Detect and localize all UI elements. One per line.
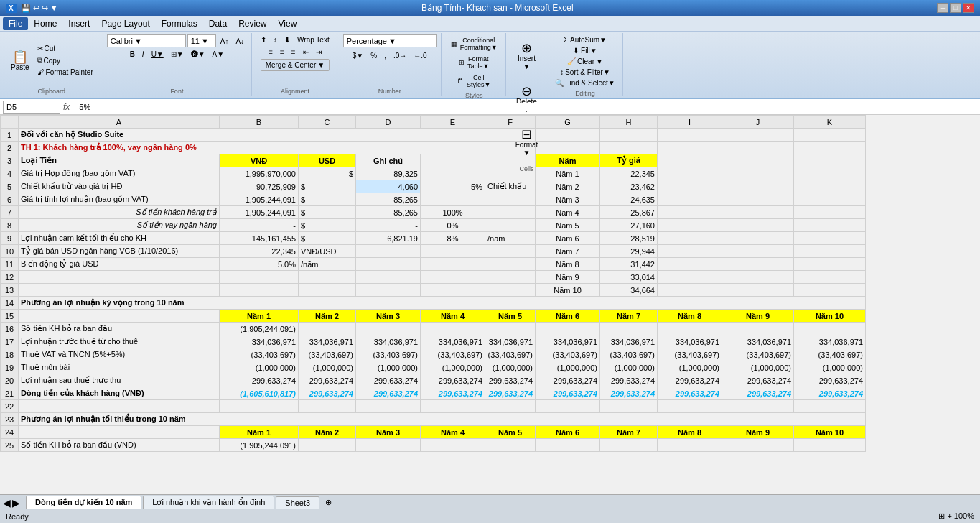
cell-A25[interactable]: Số tiền KH bỏ ra ban đầu (VNĐ) bbox=[19, 439, 220, 452]
cell-A17[interactable]: Lợi nhuận trước thuế từ cho thuê bbox=[19, 335, 220, 348]
cell-H21[interactable]: 299,633,274 bbox=[600, 387, 658, 400]
fill-button[interactable]: ⬇ Fill▼ bbox=[570, 45, 599, 56]
cell-A14[interactable]: Phương án lợi nhuận kỳ vọng trong 10 năm bbox=[19, 297, 866, 310]
col-header-D[interactable]: D bbox=[356, 116, 421, 129]
sheet-tab-2[interactable]: Lợi nhuận khi vận hành ổn định bbox=[143, 496, 274, 509]
cell-C11[interactable]: /năm bbox=[299, 258, 356, 271]
cell-G9[interactable]: Năm 6 bbox=[536, 232, 600, 245]
cell-J5[interactable] bbox=[722, 180, 794, 193]
cell-K17[interactable]: 334,036,971 bbox=[794, 335, 866, 348]
align-left-button[interactable]: ≡ bbox=[266, 47, 276, 57]
border-button[interactable]: ⊞▼ bbox=[168, 49, 187, 60]
cell-E13[interactable] bbox=[421, 284, 485, 297]
paste-button[interactable]: 📋 Paste bbox=[7, 34, 33, 86]
cell-F22[interactable] bbox=[485, 400, 536, 413]
cell-C4[interactable]: $ bbox=[299, 167, 356, 180]
cell-D4[interactable]: 89,325 bbox=[356, 167, 421, 180]
cell-K15[interactable]: Năm 10 bbox=[794, 310, 866, 323]
format-table-button[interactable]: ⊞ Format Table▼ bbox=[455, 53, 493, 72]
cell-F9[interactable]: /năm bbox=[485, 232, 536, 245]
align-top-button[interactable]: ⬆ bbox=[258, 34, 269, 45]
cell-C3[interactable]: USD bbox=[299, 154, 356, 167]
cell-E21[interactable]: 299,633,274 bbox=[421, 387, 485, 400]
col-header-K[interactable]: K bbox=[794, 116, 866, 129]
cell-I3[interactable] bbox=[658, 154, 722, 167]
cell-G7[interactable]: Năm 4 bbox=[536, 206, 600, 219]
cell-A20[interactable]: Lợi nhuận sau thuế thực thu bbox=[19, 374, 220, 387]
increase-decimal-button[interactable]: .0→ bbox=[391, 50, 409, 61]
percent-button[interactable]: % bbox=[368, 50, 380, 61]
sheet-area[interactable]: A B C D E F G H I J K 1 Đối với căn hộ bbox=[0, 115, 980, 494]
cell-A19[interactable]: Thuế môn bài bbox=[19, 361, 220, 374]
cell-K12[interactable] bbox=[794, 271, 866, 284]
cell-I1[interactable] bbox=[658, 129, 722, 142]
cell-E24[interactable]: Năm 4 bbox=[421, 426, 485, 439]
wrap-text-button[interactable]: Wrap Text bbox=[294, 34, 332, 45]
cell-H6[interactable]: 24,635 bbox=[600, 193, 658, 206]
cell-H2[interactable] bbox=[600, 142, 658, 154]
cell-J16[interactable] bbox=[722, 323, 794, 335]
cell-K22[interactable] bbox=[794, 400, 866, 413]
cell-B20[interactable]: 299,633,274 bbox=[220, 374, 299, 387]
minimize-button[interactable]: ─ bbox=[937, 3, 948, 13]
cell-E5[interactable]: 5% bbox=[421, 180, 485, 193]
cell-C21[interactable]: 299,633,274 bbox=[299, 387, 356, 400]
cell-J20[interactable]: 299,633,274 bbox=[722, 374, 794, 387]
cell-H24[interactable]: Năm 7 bbox=[600, 426, 658, 439]
cell-J21[interactable]: 299,633,274 bbox=[722, 387, 794, 400]
cell-E7[interactable]: 100% bbox=[421, 206, 485, 219]
cell-F24[interactable]: Năm 5 bbox=[485, 426, 536, 439]
cell-K5[interactable] bbox=[794, 180, 866, 193]
cell-G12[interactable]: Năm 9 bbox=[536, 271, 600, 284]
cell-E19[interactable]: (1,000,000) bbox=[421, 361, 485, 374]
cell-H17[interactable]: 334,036,971 bbox=[600, 335, 658, 348]
cell-A23[interactable]: Phương án lợi nhuận tối thiểu trong 10 n… bbox=[19, 413, 866, 426]
font-size-dropdown[interactable]: 11▼ bbox=[187, 34, 216, 47]
cell-C6[interactable]: $ bbox=[299, 193, 356, 206]
cell-D25[interactable] bbox=[356, 439, 421, 452]
cell-G5[interactable]: Năm 2 bbox=[536, 180, 600, 193]
cell-K24[interactable]: Năm 10 bbox=[794, 426, 866, 439]
find-select-button[interactable]: 🔍Find & Select▼ bbox=[552, 78, 617, 88]
cell-A10[interactable]: Tỷ giá bán USD ngân hàng VCB (1/10/2016) bbox=[19, 245, 220, 258]
cell-F18[interactable]: (33,403,697) bbox=[485, 348, 536, 361]
cell-G4[interactable]: Năm 1 bbox=[536, 167, 600, 180]
cell-B4[interactable]: 1,995,970,000 bbox=[220, 167, 299, 180]
cell-J17[interactable]: 334,036,971 bbox=[722, 335, 794, 348]
cell-A1[interactable]: Đối với căn hộ Studio Suite bbox=[19, 129, 536, 142]
col-header-C[interactable]: C bbox=[299, 116, 356, 129]
cell-J13[interactable] bbox=[722, 284, 794, 297]
cell-F15[interactable]: Năm 5 bbox=[485, 310, 536, 323]
cell-K3[interactable] bbox=[794, 154, 866, 167]
cell-E25[interactable] bbox=[421, 439, 485, 452]
cell-H4[interactable]: 22,345 bbox=[600, 167, 658, 180]
cell-D8[interactable]: - bbox=[356, 219, 421, 232]
cell-H16[interactable] bbox=[600, 323, 658, 335]
align-center-button[interactable]: ≡ bbox=[277, 47, 287, 57]
cell-H22[interactable] bbox=[600, 400, 658, 413]
cut-button[interactable]: ✂ Cut bbox=[34, 43, 96, 54]
indent-decrease-button[interactable]: ⇤ bbox=[300, 47, 312, 57]
cell-I7[interactable] bbox=[658, 206, 722, 219]
cell-D7[interactable]: 85,265 bbox=[356, 206, 421, 219]
cell-J22[interactable] bbox=[722, 400, 794, 413]
cell-G19[interactable]: (1,000,000) bbox=[536, 361, 600, 374]
cell-D21[interactable]: 299,633,274 bbox=[356, 387, 421, 400]
maximize-button[interactable]: □ bbox=[950, 3, 961, 13]
cell-D3[interactable]: Ghi chú bbox=[356, 154, 421, 167]
cell-F11[interactable] bbox=[485, 258, 536, 271]
col-header-H[interactable]: H bbox=[600, 116, 658, 129]
cell-C9[interactable]: $ bbox=[299, 232, 356, 245]
cell-B22[interactable] bbox=[220, 400, 299, 413]
fill-color-button[interactable]: 🅐▼ bbox=[188, 49, 208, 60]
cell-B5[interactable]: 90,725,909 bbox=[220, 180, 299, 193]
cell-A12[interactable] bbox=[19, 271, 220, 284]
cell-E17[interactable]: 334,036,971 bbox=[421, 335, 485, 348]
cell-I8[interactable] bbox=[658, 219, 722, 232]
cell-A2[interactable]: TH 1: Khách hàng trả 100%, vay ngân hàng… bbox=[19, 142, 536, 154]
cell-I16[interactable] bbox=[658, 323, 722, 335]
cell-B8[interactable]: - bbox=[220, 219, 299, 232]
cell-I10[interactable] bbox=[658, 245, 722, 258]
cell-C19[interactable]: (1,000,000) bbox=[299, 361, 356, 374]
col-header-B[interactable]: B bbox=[220, 116, 299, 129]
